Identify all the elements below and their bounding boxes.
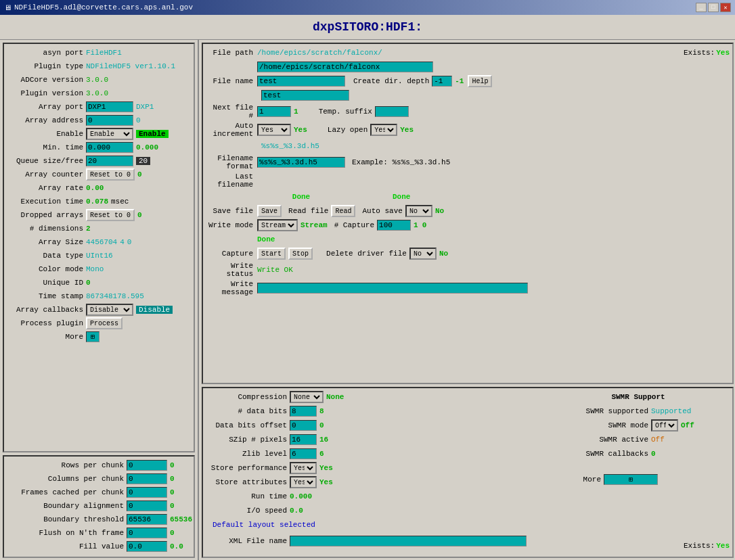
array-counter-reset-button[interactable]: Reset to 0: [86, 168, 135, 181]
next-file-num-value: 1: [294, 108, 298, 116]
boundary-align-label: Boundary alignment: [5, 502, 124, 510]
create-dir-depth-input[interactable]: [432, 76, 452, 87]
filename-format-label: Filename format: [206, 154, 253, 170]
szip-pixels-input[interactable]: [290, 434, 317, 445]
dropped-arrays-reset-button[interactable]: Reset to 0: [86, 209, 135, 221]
io-speed-label: I/O speed: [206, 507, 287, 515]
array-counter-label: Array counter: [5, 170, 83, 179]
stop-button[interactable]: Stop: [288, 248, 313, 260]
write-mode-select[interactable]: StreamSingleCapture: [257, 219, 298, 231]
start-button[interactable]: Start: [257, 248, 286, 260]
swmr-supported-label: SWMR supported: [547, 407, 648, 415]
adcore-label: ADCore version: [5, 76, 83, 84]
boundary-thresh-label: Boundary threshold: [5, 515, 124, 523]
write-message-input[interactable]: [257, 283, 528, 294]
right-top-section: File path /home/epics/scratch/falconx/ E…: [202, 43, 734, 384]
cols-per-chunk-input[interactable]: [127, 473, 167, 484]
next-file-num-label: Next file #: [206, 103, 253, 120]
capture-num-input[interactable]: [377, 220, 411, 231]
delete-driver-file-select[interactable]: NoYes: [409, 248, 437, 260]
cols-per-chunk-value: 0: [170, 475, 175, 483]
auto-save-value: No: [435, 207, 444, 215]
plugin-version-value: 3.0.0: [86, 89, 108, 97]
rows-per-chunk-label: Rows per chunk: [5, 461, 124, 469]
close-button[interactable]: ✕: [720, 3, 731, 12]
array-port-input[interactable]: [86, 101, 133, 112]
xml-file-name-input[interactable]: [290, 536, 527, 546]
rows-per-chunk-value: 0: [170, 461, 175, 469]
capture-num-label: # Capture: [334, 221, 374, 229]
array-address-value: 0: [136, 116, 141, 124]
array-size-val3: 0: [127, 238, 132, 246]
write-status-value: Write OK: [257, 266, 293, 274]
save-button[interactable]: Save: [257, 205, 282, 217]
flush-nth-frame-input[interactable]: [127, 528, 167, 538]
delete-driver-file-label: Delete driver file: [326, 250, 407, 258]
zlib-level-value: 6: [319, 450, 324, 458]
min-time-input[interactable]: [86, 142, 133, 153]
more-button[interactable]: ⊞: [86, 331, 99, 342]
main-title: dxpSITORO:HDF1:: [0, 15, 735, 40]
store-perf-label: Store performance: [206, 464, 287, 472]
lazy-open-select[interactable]: YesNo: [370, 124, 397, 136]
more-bottom-label: More: [547, 475, 601, 484]
array-counter-value: 0: [137, 170, 142, 179]
file-name-input[interactable]: [257, 76, 345, 87]
frames-per-chunk-value: 0: [170, 488, 175, 496]
boundary-align-input[interactable]: [127, 500, 167, 511]
boundary-thresh-value: 65536: [170, 515, 192, 523]
filename-format-example: Example: %s%s_%3.3d.h5: [352, 158, 450, 166]
more-bottom-button[interactable]: ⊞: [604, 474, 658, 485]
file-name-value-input[interactable]: [261, 90, 349, 101]
app-icon: 🖥: [4, 3, 12, 12]
zlib-level-input[interactable]: [290, 448, 317, 459]
enable-select[interactable]: Enable Disable: [86, 128, 133, 140]
frames-per-chunk-input[interactable]: [127, 487, 167, 498]
exec-time-value: 0.078: [86, 197, 108, 206]
write-mode-label: Write mode: [206, 221, 253, 229]
maximize-button[interactable]: □: [708, 3, 719, 12]
enable-value: Enable: [136, 130, 169, 138]
minimize-button[interactable]: _: [696, 3, 707, 12]
swmr-mode-select[interactable]: OffOn: [651, 419, 678, 431]
fill-value-input[interactable]: [127, 541, 167, 552]
exec-time-unit: msec: [111, 197, 129, 206]
help-button[interactable]: Help: [468, 75, 492, 87]
save-done-label: Done: [257, 193, 345, 201]
temp-suffix-input[interactable]: [375, 106, 409, 117]
data-bits-offset-label: Data bits offset: [206, 421, 287, 429]
file-path-label: File path: [206, 49, 253, 57]
store-perf-select[interactable]: YesNo: [290, 462, 317, 474]
next-file-num-input[interactable]: [257, 106, 291, 117]
array-callbacks-label: Array callbacks: [5, 306, 83, 314]
swmr-support-label: SWMR Support: [547, 393, 730, 401]
lazy-open-label: Lazy open: [328, 126, 368, 134]
auto-save-select[interactable]: NoYes: [405, 205, 432, 217]
filename-format-input[interactable]: [257, 157, 345, 168]
delete-driver-file-value: No: [439, 250, 448, 258]
read-button[interactable]: Read: [331, 205, 355, 217]
auto-increment-select[interactable]: YesNo: [257, 124, 291, 136]
write-status-label: Write status: [206, 262, 253, 278]
auto-save-label: Auto save: [362, 207, 402, 215]
exec-time-label: Execution time: [5, 197, 83, 206]
time-stamp-label: Time stamp: [5, 292, 83, 300]
array-callbacks-value: Disable: [136, 306, 173, 314]
store-attrs-value: Yes: [319, 478, 333, 486]
fill-value-label: Fill value: [5, 542, 124, 551]
cols-per-chunk-label: Columns per chunk: [5, 475, 124, 483]
compression-select[interactable]: Nonezlibszip: [290, 391, 324, 403]
data-bits-input[interactable]: [290, 406, 317, 417]
asyn-port-label: asyn port: [5, 49, 83, 57]
queue-size-input[interactable]: [86, 156, 133, 166]
plugin-type-value: NDFileHDF5 ver1.10.1: [86, 62, 175, 70]
rows-per-chunk-input[interactable]: [127, 460, 167, 471]
data-bits-offset-input[interactable]: [290, 420, 317, 431]
process-plugin-button[interactable]: Process: [86, 317, 122, 329]
array-address-input[interactable]: [86, 115, 133, 126]
store-attrs-select[interactable]: YesNo: [290, 476, 317, 488]
file-path-input[interactable]: [257, 62, 433, 72]
boundary-thresh-input[interactable]: [127, 514, 167, 525]
array-callbacks-select[interactable]: Disable Enable: [86, 304, 133, 316]
dropped-arrays-value: 0: [137, 211, 142, 219]
